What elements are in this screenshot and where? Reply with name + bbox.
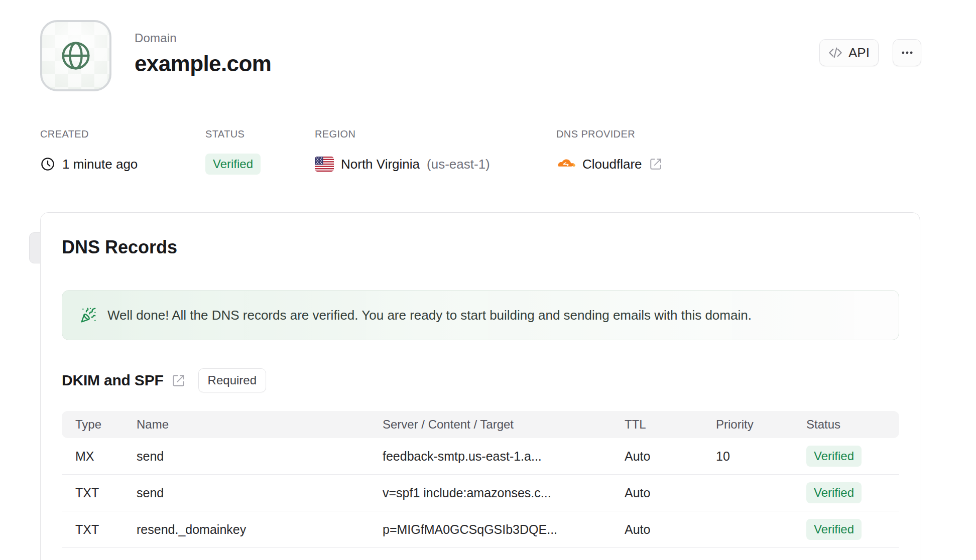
col-header-name: Name: [137, 417, 383, 432]
cell-name: send: [137, 486, 383, 500]
header-actions: API: [819, 39, 921, 66]
cell-content: feedback-smtp.us-east-1.a...: [383, 449, 625, 464]
col-header-priority: Priority: [716, 417, 806, 432]
region-value: North Virginia: [341, 157, 420, 172]
dkim-spf-title: DKIM and SPF: [62, 372, 164, 389]
more-button[interactable]: [893, 39, 921, 66]
cell-name: resend._domainkey: [137, 522, 383, 537]
table-row: TXT send v=spf1 include:amazonses.c... A…: [62, 475, 899, 511]
dns-provider-label: DNS PROVIDER: [556, 128, 662, 140]
col-header-ttl: TTL: [625, 417, 716, 432]
external-link-icon: [649, 158, 662, 171]
page-header: Domain example.com: [135, 31, 271, 76]
cell-ttl: Auto: [625, 449, 716, 464]
cell-type: MX: [75, 449, 137, 464]
cell-type: TXT: [75, 486, 137, 500]
table-row: TXT resend._domainkey p=MIGfMA0GCSqGSIb3…: [62, 511, 899, 548]
cell-ttl: Auto: [625, 522, 716, 537]
cell-content: p=MIGfMA0GCSqGSIb3DQE...: [383, 522, 625, 537]
created-value: 1 minute ago: [62, 157, 138, 172]
row-status-badge: Verified: [806, 446, 862, 467]
dns-records-title: DNS Records: [62, 237, 177, 258]
cell-name: send: [137, 449, 383, 464]
globe-icon: [59, 39, 92, 72]
meta-region: REGION North Vir: [315, 128, 490, 176]
success-banner-text: Well done! All the DNS records are verif…: [107, 308, 752, 323]
col-header-status: Status: [806, 417, 899, 432]
row-status-badge: Verified: [806, 482, 862, 503]
table-row: MX send feedback-smtp.us-east-1.a... Aut…: [62, 438, 899, 475]
api-button-label: API: [848, 45, 870, 61]
meta-created: CREATED 1 minute ago: [40, 128, 138, 176]
us-flag-icon: [315, 157, 334, 172]
dns-provider-value: Cloudflare: [582, 157, 642, 172]
dkim-external-link-icon[interactable]: [172, 374, 185, 387]
cell-ttl: Auto: [625, 486, 716, 500]
domain-label: Domain: [135, 31, 271, 45]
dns-records-table: Type Name Server / Content / Target TTL …: [62, 411, 899, 548]
meta-status: STATUS Verified: [205, 128, 261, 176]
cell-type: TXT: [75, 522, 137, 537]
status-label: STATUS: [205, 128, 261, 140]
dkim-spf-section-header: DKIM and SPF Required: [62, 368, 266, 392]
page-title: example.com: [135, 51, 271, 76]
region-label: REGION: [315, 128, 490, 140]
dns-provider-link[interactable]: Cloudflare: [556, 152, 662, 176]
required-badge: Required: [198, 368, 266, 392]
table-header-row: Type Name Server / Content / Target TTL …: [62, 411, 899, 438]
col-header-content: Server / Content / Target: [383, 417, 625, 432]
domain-avatar: [40, 20, 111, 91]
cloudflare-icon: [556, 157, 575, 171]
cell-priority: 10: [716, 449, 806, 464]
cell-content: v=spf1 include:amazonses.c...: [383, 486, 625, 500]
created-label: CREATED: [40, 128, 138, 140]
col-header-type: Type: [75, 417, 137, 432]
row-status-badge: Verified: [806, 519, 862, 540]
meta-dns-provider: DNS PROVIDER Cloudflare: [556, 128, 662, 176]
clock-icon: [40, 157, 55, 172]
dns-records-card: DNS Records Well done! All the DNS recor…: [40, 212, 920, 560]
api-button[interactable]: API: [819, 39, 879, 66]
ellipsis-icon: [900, 46, 914, 60]
region-code: (us-east-1): [427, 157, 490, 172]
party-popper-icon: [80, 307, 96, 323]
success-banner: Well done! All the DNS records are verif…: [62, 290, 899, 340]
status-badge: Verified: [205, 154, 261, 175]
code-icon: [828, 46, 842, 60]
